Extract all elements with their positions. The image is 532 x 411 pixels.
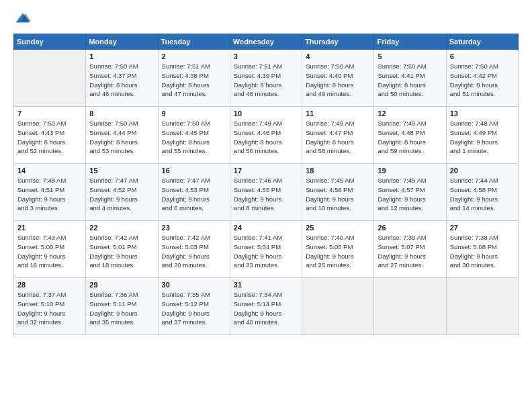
day-info: Sunrise: 7:45 AMSunset: 4:57 PMDaylight:… xyxy=(378,176,442,213)
calendar-cell: 2Sunrise: 7:51 AMSunset: 4:38 PMDaylight… xyxy=(158,50,230,107)
calendar-cell: 16Sunrise: 7:47 AMSunset: 4:53 PMDayligh… xyxy=(158,164,230,221)
page: SundayMondayTuesdayWednesdayThursdayFrid… xyxy=(0,0,532,411)
day-number: 3 xyxy=(234,52,298,60)
calendar-week-row: 1Sunrise: 7:50 AMSunset: 4:37 PMDaylight… xyxy=(14,50,519,107)
day-info: Sunrise: 7:36 AMSunset: 5:11 PMDaylight:… xyxy=(89,290,154,327)
day-info: Sunrise: 7:42 AMSunset: 5:01 PMDaylight:… xyxy=(89,233,154,270)
day-number: 29 xyxy=(89,281,154,289)
day-info: Sunrise: 7:37 AMSunset: 5:10 PMDaylight:… xyxy=(17,290,82,327)
calendar-cell: 18Sunrise: 7:45 AMSunset: 4:56 PMDayligh… xyxy=(302,164,374,221)
calendar-cell: 15Sunrise: 7:47 AMSunset: 4:52 PMDayligh… xyxy=(86,164,158,221)
day-number: 28 xyxy=(17,281,82,289)
calendar-week-row: 28Sunrise: 7:37 AMSunset: 5:10 PMDayligh… xyxy=(14,278,519,335)
calendar-cell: 20Sunrise: 7:44 AMSunset: 4:58 PMDayligh… xyxy=(446,164,518,221)
calendar-cell: 29Sunrise: 7:36 AMSunset: 5:11 PMDayligh… xyxy=(86,278,158,335)
calendar-cell: 19Sunrise: 7:45 AMSunset: 4:57 PMDayligh… xyxy=(374,164,446,221)
day-info: Sunrise: 7:45 AMSunset: 4:56 PMDaylight:… xyxy=(306,176,370,213)
calendar-cell xyxy=(446,278,518,335)
calendar-cell: 4Sunrise: 7:50 AMSunset: 4:40 PMDaylight… xyxy=(302,50,374,107)
calendar-body: 1Sunrise: 7:50 AMSunset: 4:37 PMDaylight… xyxy=(14,50,519,335)
day-number: 25 xyxy=(306,224,370,232)
day-info: Sunrise: 7:50 AMSunset: 4:42 PMDaylight:… xyxy=(450,62,515,99)
day-info: Sunrise: 7:50 AMSunset: 4:45 PMDaylight:… xyxy=(162,119,226,156)
day-number: 21 xyxy=(17,224,82,232)
day-info: Sunrise: 7:50 AMSunset: 4:41 PMDaylight:… xyxy=(378,62,442,99)
calendar-cell: 13Sunrise: 7:48 AMSunset: 4:49 PMDayligh… xyxy=(446,107,518,164)
weekday-header: Monday xyxy=(86,34,158,50)
calendar-header: SundayMondayTuesdayWednesdayThursdayFrid… xyxy=(14,34,519,50)
day-info: Sunrise: 7:38 AMSunset: 5:08 PMDaylight:… xyxy=(450,233,515,270)
day-info: Sunrise: 7:50 AMSunset: 4:37 PMDaylight:… xyxy=(89,62,154,99)
day-info: Sunrise: 7:46 AMSunset: 4:55 PMDaylight:… xyxy=(234,176,298,213)
calendar-cell: 3Sunrise: 7:51 AMSunset: 4:39 PMDaylight… xyxy=(230,50,302,107)
day-info: Sunrise: 7:49 AMSunset: 4:46 PMDaylight:… xyxy=(234,119,298,156)
calendar-cell: 9Sunrise: 7:50 AMSunset: 4:45 PMDaylight… xyxy=(158,107,230,164)
header xyxy=(13,11,519,30)
day-info: Sunrise: 7:48 AMSunset: 4:49 PMDaylight:… xyxy=(450,119,515,156)
calendar-cell: 11Sunrise: 7:49 AMSunset: 4:47 PMDayligh… xyxy=(302,107,374,164)
weekday-header: Tuesday xyxy=(158,34,230,50)
calendar-cell: 23Sunrise: 7:42 AMSunset: 5:03 PMDayligh… xyxy=(158,221,230,278)
day-number: 9 xyxy=(162,109,226,118)
day-number: 18 xyxy=(306,167,370,175)
logo-icon xyxy=(13,11,32,30)
day-number: 4 xyxy=(306,52,370,60)
day-number: 12 xyxy=(378,109,442,118)
day-info: Sunrise: 7:47 AMSunset: 4:53 PMDaylight:… xyxy=(162,176,226,213)
day-number: 23 xyxy=(162,224,226,232)
calendar-week-row: 7Sunrise: 7:50 AMSunset: 4:43 PMDaylight… xyxy=(14,107,519,164)
day-number: 26 xyxy=(378,224,442,232)
day-info: Sunrise: 7:34 AMSunset: 5:14 PMDaylight:… xyxy=(234,290,298,327)
day-info: Sunrise: 7:42 AMSunset: 5:03 PMDaylight:… xyxy=(162,233,226,270)
day-number: 31 xyxy=(234,281,298,289)
weekday-header: Sunday xyxy=(14,34,86,50)
calendar-cell: 31Sunrise: 7:34 AMSunset: 5:14 PMDayligh… xyxy=(230,278,302,335)
day-info: Sunrise: 7:39 AMSunset: 5:07 PMDaylight:… xyxy=(378,233,442,270)
day-info: Sunrise: 7:48 AMSunset: 4:51 PMDaylight:… xyxy=(17,176,82,213)
day-number: 19 xyxy=(378,167,442,175)
calendar-cell: 30Sunrise: 7:35 AMSunset: 5:12 PMDayligh… xyxy=(158,278,230,335)
calendar-cell: 10Sunrise: 7:49 AMSunset: 4:46 PMDayligh… xyxy=(230,107,302,164)
calendar-cell: 25Sunrise: 7:40 AMSunset: 5:05 PMDayligh… xyxy=(302,221,374,278)
day-number: 22 xyxy=(89,224,154,232)
calendar-cell: 7Sunrise: 7:50 AMSunset: 4:43 PMDaylight… xyxy=(14,107,86,164)
weekday-header: Thursday xyxy=(302,34,374,50)
day-info: Sunrise: 7:40 AMSunset: 5:05 PMDaylight:… xyxy=(306,233,370,270)
calendar-cell: 14Sunrise: 7:48 AMSunset: 4:51 PMDayligh… xyxy=(14,164,86,221)
day-number: 14 xyxy=(17,167,82,175)
day-number: 11 xyxy=(306,109,370,118)
day-number: 20 xyxy=(450,167,515,175)
weekday-header: Saturday xyxy=(446,34,518,50)
calendar-cell: 1Sunrise: 7:50 AMSunset: 4:37 PMDaylight… xyxy=(86,50,158,107)
day-info: Sunrise: 7:47 AMSunset: 4:52 PMDaylight:… xyxy=(89,176,154,213)
calendar-cell xyxy=(302,278,374,335)
day-info: Sunrise: 7:49 AMSunset: 4:47 PMDaylight:… xyxy=(306,119,370,156)
day-info: Sunrise: 7:51 AMSunset: 4:39 PMDaylight:… xyxy=(234,62,298,99)
calendar-cell xyxy=(374,278,446,335)
calendar-cell: 17Sunrise: 7:46 AMSunset: 4:55 PMDayligh… xyxy=(230,164,302,221)
logo xyxy=(13,11,35,30)
day-number: 30 xyxy=(162,281,226,289)
calendar-cell: 6Sunrise: 7:50 AMSunset: 4:42 PMDaylight… xyxy=(446,50,518,107)
day-number: 6 xyxy=(450,52,515,60)
calendar-cell: 21Sunrise: 7:43 AMSunset: 5:00 PMDayligh… xyxy=(14,221,86,278)
day-info: Sunrise: 7:49 AMSunset: 4:48 PMDaylight:… xyxy=(378,119,442,156)
day-number: 2 xyxy=(162,52,226,60)
day-info: Sunrise: 7:35 AMSunset: 5:12 PMDaylight:… xyxy=(162,290,226,327)
weekday-header: Wednesday xyxy=(230,34,302,50)
day-info: Sunrise: 7:41 AMSunset: 5:04 PMDaylight:… xyxy=(234,233,298,270)
day-number: 10 xyxy=(234,109,298,118)
day-info: Sunrise: 7:44 AMSunset: 4:58 PMDaylight:… xyxy=(450,176,515,213)
calendar-cell: 12Sunrise: 7:49 AMSunset: 4:48 PMDayligh… xyxy=(374,107,446,164)
day-info: Sunrise: 7:51 AMSunset: 4:38 PMDaylight:… xyxy=(162,62,226,99)
day-number: 7 xyxy=(17,109,82,118)
calendar-cell: 22Sunrise: 7:42 AMSunset: 5:01 PMDayligh… xyxy=(86,221,158,278)
calendar-cell: 5Sunrise: 7:50 AMSunset: 4:41 PMDaylight… xyxy=(374,50,446,107)
calendar-cell: 28Sunrise: 7:37 AMSunset: 5:10 PMDayligh… xyxy=(14,278,86,335)
calendar-week-row: 21Sunrise: 7:43 AMSunset: 5:00 PMDayligh… xyxy=(14,221,519,278)
calendar-cell xyxy=(14,50,86,107)
calendar-table: SundayMondayTuesdayWednesdayThursdayFrid… xyxy=(13,34,519,335)
day-number: 13 xyxy=(450,109,515,118)
day-info: Sunrise: 7:50 AMSunset: 4:43 PMDaylight:… xyxy=(17,119,82,156)
day-number: 27 xyxy=(450,224,515,232)
